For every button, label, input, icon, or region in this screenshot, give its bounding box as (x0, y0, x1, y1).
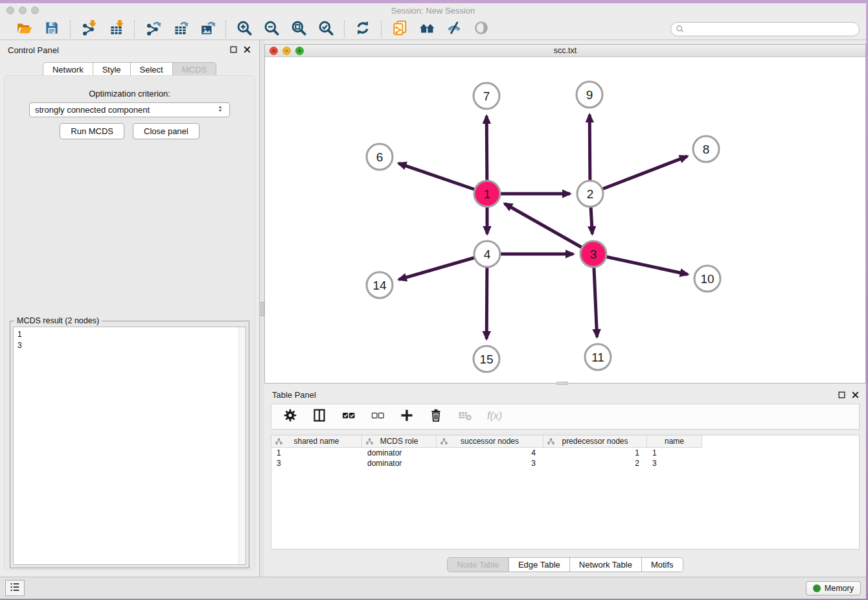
table-cell[interactable]: 2 (543, 458, 647, 468)
mcds-result-textarea[interactable]: 13 (13, 327, 246, 565)
node-7[interactable]: 7 (474, 83, 499, 109)
mcds-result-line: 3 (17, 340, 242, 351)
zoom-in-button[interactable] (234, 19, 254, 39)
run-mcds-button[interactable]: Run MCDS (60, 123, 124, 139)
toolbar-groups (6, 19, 499, 39)
table-row[interactable]: 3dominator323 (271, 458, 859, 468)
org-icon (440, 437, 448, 446)
export-image-button[interactable] (198, 19, 217, 39)
table-cell[interactable]: 4 (437, 448, 543, 458)
import-table-button[interactable] (106, 19, 126, 39)
minimize-window-button[interactable] (19, 6, 27, 14)
node-10[interactable]: 10 (694, 266, 720, 292)
criterion-dropdown[interactable]: strongly connected component (29, 102, 230, 117)
memory-button[interactable]: Memory (806, 581, 861, 595)
minimize-network-button[interactable]: – (282, 47, 291, 55)
table-cell[interactable]: 1 (271, 448, 362, 458)
node-8[interactable]: 8 (693, 136, 719, 162)
table-cell[interactable]: 3 (271, 458, 362, 468)
node-9[interactable]: 9 (577, 82, 602, 108)
save-session-button[interactable] (42, 19, 62, 39)
column-header-shared-name[interactable]: shared name (271, 435, 362, 448)
zoom-window-button[interactable] (31, 6, 39, 14)
export-table-button[interactable] (170, 19, 190, 39)
maximize-network-button[interactable]: + (295, 47, 304, 55)
edge-3-1[interactable] (505, 203, 593, 254)
mcds-panel: Optimization criterion: strongly connect… (4, 75, 255, 570)
zoom-out-button[interactable] (262, 19, 281, 39)
svg-text:3: 3 (590, 248, 597, 261)
clone-network-button[interactable] (390, 19, 409, 39)
import-network-button[interactable] (79, 19, 98, 39)
table-tab-node-table[interactable]: Node Table (447, 557, 509, 572)
export-network-icon (144, 19, 161, 39)
result-scrollbar[interactable] (238, 327, 246, 564)
node-3[interactable]: 3 (580, 241, 606, 267)
svg-text:11: 11 (591, 351, 604, 364)
column-header-name[interactable]: name (647, 435, 702, 448)
table-toolbar: f(x) (271, 404, 860, 430)
column-label: successor nodes (461, 437, 519, 446)
horizontal-splitter-grip[interactable] (556, 382, 568, 385)
delete-columns-button[interactable] (428, 408, 444, 425)
create-column-button[interactable] (398, 408, 415, 425)
zoom-fit-button[interactable] (289, 19, 308, 39)
toolbar-group (6, 19, 70, 39)
show-all-button[interactable] (472, 19, 491, 39)
apply-layout-button[interactable] (353, 19, 372, 39)
table-cell[interactable]: dominator (362, 448, 437, 458)
column-header-MCDS-role[interactable]: MCDS role (362, 435, 437, 448)
zoom-fit-icon (290, 19, 307, 39)
close-table-panel-icon[interactable] (851, 390, 860, 398)
column-header-successor-nodes[interactable]: successor nodes (437, 435, 543, 448)
table-cell[interactable]: 3 (647, 458, 702, 468)
eye-slash-icon (446, 19, 463, 39)
edge-1-6[interactable] (398, 163, 487, 194)
table-tab-network-table[interactable]: Network Table (570, 557, 642, 572)
close-panel-button[interactable]: Close panel (133, 123, 200, 139)
edge-3-10[interactable] (593, 254, 688, 274)
table-cell[interactable]: dominator (362, 458, 437, 468)
table-cell[interactable]: 1 (647, 448, 702, 458)
delete-table-button (457, 408, 474, 425)
table-cell[interactable]: 1 (543, 448, 647, 458)
search-input[interactable] (670, 22, 860, 36)
edge-2-8[interactable] (590, 156, 687, 194)
node-1[interactable]: 1 (474, 181, 500, 207)
table-options-button[interactable] (282, 408, 299, 425)
close-network-button[interactable]: × (269, 47, 278, 55)
float-table-panel-icon[interactable] (838, 390, 846, 398)
table-tab-edge-table[interactable]: Edge Table (509, 557, 570, 572)
clone-network-icon (391, 19, 408, 39)
table-tab-motifs[interactable]: Motifs (642, 557, 683, 572)
svg-text:1: 1 (484, 187, 491, 201)
node-4[interactable]: 4 (474, 241, 500, 267)
svg-text:15: 15 (479, 352, 493, 366)
table-row[interactable]: 1dominator411 (271, 448, 859, 458)
svg-text:14: 14 (372, 279, 387, 292)
export-network-button[interactable] (143, 19, 163, 39)
fx-icon: f(x) (486, 408, 502, 426)
unselect-all-columns-button[interactable] (369, 408, 386, 425)
vertical-splitter[interactable] (259, 40, 264, 577)
node-6[interactable]: 6 (367, 144, 393, 170)
close-window-button[interactable] (6, 6, 14, 14)
mcds-result-group: MCDS result (2 nodes) 13 (10, 321, 249, 568)
hide-selected-button[interactable] (444, 19, 464, 39)
node-2[interactable]: 2 (577, 181, 603, 207)
close-panel-icon[interactable] (243, 45, 251, 53)
float-panel-icon[interactable] (229, 45, 238, 53)
toolbar-group (71, 19, 134, 39)
node-15[interactable]: 15 (474, 346, 499, 372)
task-history-button[interactable] (5, 580, 25, 596)
open-session-button[interactable] (15, 19, 34, 39)
zoom-selected-button[interactable] (316, 19, 336, 39)
node-11[interactable]: 11 (585, 344, 611, 370)
node-14[interactable]: 14 (367, 272, 393, 298)
network-canvas[interactable]: 7968124314101511 (265, 57, 865, 383)
first-neighbors-button[interactable] (417, 19, 437, 39)
select-all-columns-button[interactable] (340, 408, 357, 425)
table-cell[interactable]: 3 (437, 458, 543, 468)
show-columns-button[interactable] (311, 408, 328, 425)
column-header-predecessor-nodes[interactable]: predecessor nodes (543, 435, 647, 448)
